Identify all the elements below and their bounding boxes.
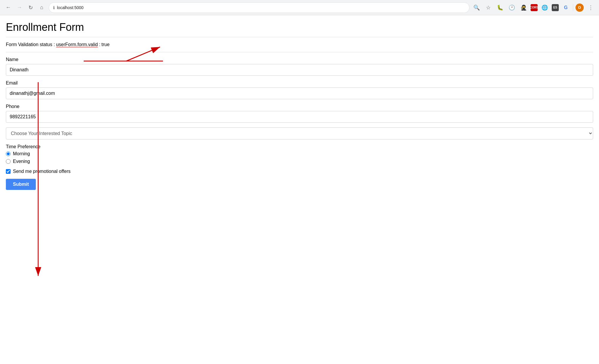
radio-evening-label: Evening [13, 159, 30, 164]
back-button[interactable]: ← [4, 3, 13, 12]
menu-icon[interactable]: ⋮ [586, 3, 595, 12]
url-input[interactable]: localhost:5000 [57, 5, 465, 10]
page-content: Enrollment Form Form Validation status :… [0, 15, 599, 196]
email-input[interactable] [6, 87, 593, 99]
extension-bug-icon[interactable]: 🐛 [495, 3, 505, 12]
extension-ninja-icon[interactable]: 🥷 [519, 3, 528, 12]
radio-evening[interactable] [6, 159, 11, 164]
forward-button[interactable]: → [15, 3, 24, 12]
radio-morning-label: Morning [13, 151, 30, 156]
extension-clock-icon[interactable]: 🕐 [507, 3, 516, 12]
star-icon[interactable]: ☆ [484, 3, 493, 12]
phone-group: Phone [6, 104, 593, 123]
enrollment-form: Name Email Phone Choose Your Interested … [6, 52, 593, 190]
home-button[interactable]: ⌂ [37, 3, 46, 12]
profile-avatar[interactable]: D [576, 4, 584, 12]
topic-group: Choose Your Interested Topic Angular Rea… [6, 127, 593, 139]
time-preference-group: Time Preference Morning Evening [6, 144, 593, 164]
email-label: Email [6, 80, 593, 86]
name-input[interactable] [6, 64, 593, 76]
extension-globe-icon[interactable]: 🌐 [540, 3, 549, 12]
topic-select[interactable]: Choose Your Interested Topic Angular Rea… [6, 127, 593, 139]
radio-morning-option[interactable]: Morning [6, 151, 593, 156]
toolbar-right: 🔍 ☆ 🐛 🕐 🥷 CORS 🌐 ES G D ⋮ [472, 3, 595, 12]
email-group: Email [6, 80, 593, 99]
promotional-checkbox-option[interactable]: Send me promotional offers [6, 169, 593, 174]
toolbar-divider [573, 4, 573, 11]
extension-es-icon[interactable]: ES [552, 4, 559, 11]
promotional-checkbox[interactable] [6, 169, 11, 174]
name-group: Name [6, 57, 593, 76]
page-title: Enrollment Form [6, 21, 593, 37]
search-icon[interactable]: 🔍 [472, 3, 481, 12]
time-preference-label: Time Preference [6, 144, 593, 149]
radio-group: Morning Evening [6, 151, 593, 164]
validation-status: Form Validation status : userForm.form.v… [6, 42, 593, 47]
name-label: Name [6, 57, 593, 62]
address-bar[interactable]: ℹ localhost:5000 [49, 2, 470, 13]
extension-cors-icon[interactable]: CORS [531, 4, 538, 11]
phone-label: Phone [6, 104, 593, 109]
radio-morning[interactable] [6, 151, 11, 156]
browser-chrome: ← → ↻ ⌂ ℹ localhost:5000 🔍 ☆ 🐛 🕐 🥷 CORS … [0, 0, 599, 15]
radio-evening-option[interactable]: Evening [6, 159, 593, 164]
refresh-button[interactable]: ↻ [26, 3, 35, 12]
validation-label-text: Form Validation status : [6, 42, 55, 47]
validation-value: true [102, 42, 110, 47]
nav-buttons: ← → ↻ ⌂ [4, 3, 46, 12]
phone-input[interactable] [6, 111, 593, 123]
lock-icon: ℹ [53, 5, 55, 10]
promotional-checkbox-label: Send me promotional offers [13, 169, 70, 174]
submit-button[interactable]: Submit [6, 179, 36, 190]
validation-key: userForm.form.valid [56, 42, 98, 47]
validation-separator: : [99, 42, 100, 47]
extension-g-icon[interactable]: G [561, 3, 571, 12]
